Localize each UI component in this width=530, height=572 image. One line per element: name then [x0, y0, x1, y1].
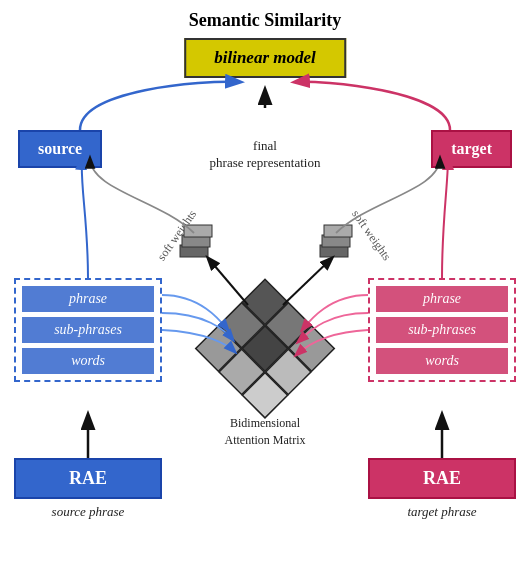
- svg-rect-8: [242, 373, 287, 418]
- soft-weights-right-label: soft weights: [348, 207, 394, 263]
- source-label: source: [38, 140, 82, 157]
- bilinear-label: bilinear model: [214, 48, 316, 67]
- diagram: Semantic Similarity bilinear model sourc…: [0, 0, 530, 572]
- final-representation-label: finalphrase representation: [210, 138, 321, 172]
- source-box: source: [18, 130, 102, 168]
- source-dashed-box: phrase sub-phrases words: [14, 278, 162, 382]
- source-words-item: words: [22, 348, 154, 374]
- svg-rect-0: [242, 279, 287, 324]
- bilinear-model-box: bilinear model: [184, 38, 346, 78]
- target-label: target: [451, 140, 492, 157]
- target-words-item: words: [376, 348, 508, 374]
- svg-rect-13: [322, 235, 350, 247]
- target-box: target: [431, 130, 512, 168]
- target-phrase-item: phrase: [376, 286, 508, 312]
- svg-rect-14: [324, 225, 352, 237]
- svg-rect-12: [320, 245, 348, 257]
- svg-rect-2: [289, 326, 334, 371]
- svg-rect-5: [266, 349, 311, 394]
- target-subphrases-item: sub-phrases: [376, 317, 508, 343]
- svg-rect-3: [219, 303, 264, 348]
- source-phrase-label: source phrase: [14, 504, 162, 520]
- target-dashed-box: phrase sub-phrases words: [368, 278, 516, 382]
- page-title: Semantic Similarity: [189, 10, 341, 31]
- svg-rect-7: [219, 349, 264, 394]
- attention-matrix-label: BidimensionalAttention Matrix: [225, 415, 306, 449]
- svg-rect-6: [196, 326, 241, 371]
- rae-source-box: RAE: [14, 458, 162, 499]
- source-phrase-item: phrase: [22, 286, 154, 312]
- source-subphrases-item: sub-phrases: [22, 317, 154, 343]
- target-phrase-label: target phrase: [368, 504, 516, 520]
- svg-rect-4: [242, 326, 287, 371]
- svg-rect-9: [180, 245, 208, 257]
- svg-rect-1: [266, 303, 311, 348]
- rae-target-box: RAE: [368, 458, 516, 499]
- soft-weights-left-label: soft weights: [154, 207, 200, 263]
- svg-rect-10: [182, 235, 210, 247]
